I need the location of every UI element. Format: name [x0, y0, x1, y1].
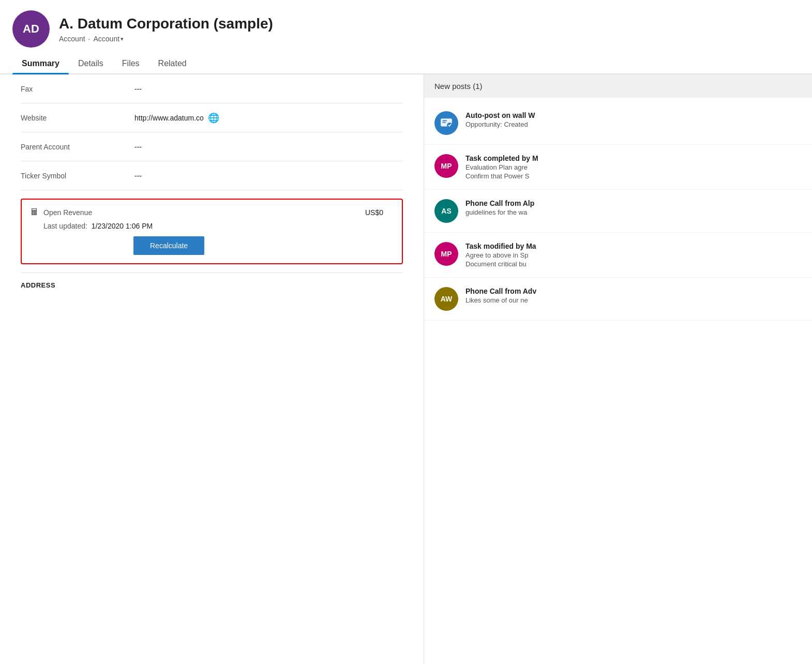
page-header: AD A. Datum Corporation (sample) Account…: [0, 0, 812, 54]
open-revenue-box: 🖩 Open Revenue US$0 Last updated: 1/23/2…: [21, 199, 403, 264]
recalculate-button[interactable]: Recalculate: [133, 236, 204, 255]
form-section: Fax --- Website http://www.adatum.co 🌐 P…: [0, 74, 424, 264]
avatar: AS: [434, 199, 458, 223]
website-value: http://www.adatum.co 🌐: [134, 112, 403, 124]
activity-sub-1: Evaluation Plan agre: [465, 163, 802, 171]
list-item: AW Phone Call from Adv Likes some of our…: [424, 278, 812, 321]
globe-icon: 🌐: [208, 112, 219, 124]
activity-list: Auto-post on wall W Opportunity: Created…: [424, 98, 812, 325]
website-row: Website http://www.adatum.co 🌐: [21, 103, 403, 132]
activity-sub-1: Likes some of our ne: [465, 296, 802, 304]
list-item: MP Task modified by Ma Agree to above in…: [424, 233, 812, 278]
svg-rect-3: [442, 122, 446, 123]
tab-related[interactable]: Related: [149, 54, 196, 73]
account-type-dropdown[interactable]: Account ▾: [93, 35, 124, 43]
fax-value: ---: [134, 85, 403, 93]
activity-sub-2: Confirm that Power S: [465, 172, 802, 180]
avatar: AW: [434, 287, 458, 311]
avatar: MP: [434, 242, 458, 266]
activity-title: Task modified by Ma: [465, 242, 802, 250]
activity-title: Task completed by M: [465, 154, 802, 162]
parent-account-value: ---: [134, 143, 403, 151]
chevron-down-icon: ▾: [121, 36, 124, 42]
main-content: Fax --- Website http://www.adatum.co 🌐 P…: [0, 74, 812, 664]
activity-content: Task completed by M Evaluation Plan agre…: [465, 154, 802, 180]
breadcrumb-account: Account: [59, 35, 85, 43]
activity-sub-1: Opportunity: Created: [465, 120, 802, 128]
activity-content: Phone Call from Adv Likes some of our ne: [465, 287, 802, 304]
open-revenue-row: 🖩 Open Revenue US$0: [30, 207, 394, 218]
activity-title: Phone Call from Adv: [465, 287, 802, 295]
list-item: AS Phone Call from Alp guidelines for th…: [424, 190, 812, 233]
ticker-symbol-value: ---: [134, 172, 403, 180]
fax-label: Fax: [21, 85, 134, 93]
ticker-symbol-label: Ticker Symbol: [21, 172, 134, 180]
tab-summary[interactable]: Summary: [12, 54, 69, 73]
parent-account-label: Parent Account: [21, 143, 134, 151]
right-panel: New posts (1) Auto-post on: [424, 74, 812, 664]
tab-files[interactable]: Files: [113, 54, 149, 73]
list-item: MP Task completed by M Evaluation Plan a…: [424, 145, 812, 190]
last-updated-value: 1/23/2020 1:06 PM: [92, 222, 153, 230]
tab-details[interactable]: Details: [69, 54, 113, 73]
avatar: MP: [434, 154, 458, 178]
address-section-header: ADDRESS: [21, 273, 403, 295]
activity-sub-1: Agree to above in Sp: [465, 251, 802, 259]
revenue-calculator-icon: 🖩: [30, 207, 39, 218]
fax-row: Fax ---: [21, 74, 403, 103]
website-label: Website: [21, 114, 134, 122]
open-revenue-label: Open Revenue: [43, 208, 92, 217]
activity-content: Auto-post on wall W Opportunity: Created: [465, 111, 802, 128]
ticker-symbol-row: Ticker Symbol ---: [21, 161, 403, 190]
address-section: ADDRESS: [0, 273, 424, 295]
avatar: AD: [12, 10, 50, 48]
breadcrumb-dot: ·: [88, 35, 91, 43]
activity-sub-2: Document critical bu: [465, 260, 802, 268]
last-updated-row: Last updated: 1/23/2020 1:06 PM: [43, 222, 394, 230]
new-posts-bar: New posts (1): [424, 74, 812, 98]
entity-title: A. Datum Corporation (sample): [59, 15, 273, 33]
activity-title: Phone Call from Alp: [465, 199, 802, 207]
activity-content: Phone Call from Alp guidelines for the w…: [465, 199, 802, 216]
left-panel: Fax --- Website http://www.adatum.co 🌐 P…: [0, 74, 424, 664]
activity-sub-1: guidelines for the wa: [465, 208, 802, 216]
list-item: Auto-post on wall W Opportunity: Created: [424, 102, 812, 145]
header-title-block: A. Datum Corporation (sample) Account · …: [59, 15, 273, 43]
activity-content: Task modified by Ma Agree to above in Sp…: [465, 242, 802, 268]
svg-rect-2: [442, 120, 447, 122]
auto-post-avatar: [434, 111, 458, 135]
last-updated-label: Last updated:: [43, 222, 87, 230]
entity-subtitle: Account · Account ▾: [59, 35, 273, 43]
parent-account-row: Parent Account ---: [21, 132, 403, 161]
tabs-bar: Summary Details Files Related: [0, 54, 812, 74]
website-link[interactable]: http://www.adatum.co: [134, 114, 204, 122]
open-revenue-value: US$0: [365, 208, 394, 217]
activity-title: Auto-post on wall W: [465, 111, 802, 119]
